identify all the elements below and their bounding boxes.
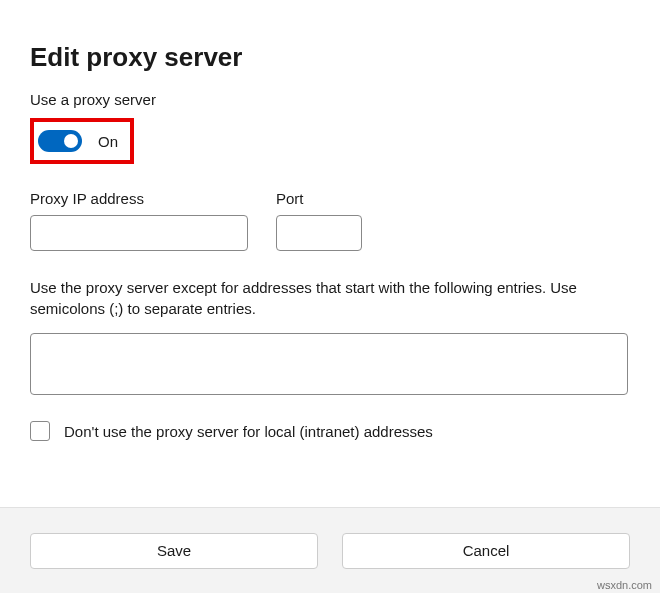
dialog-body: Edit proxy server Use a proxy server On … [0,0,660,441]
proxy-ip-field: Proxy IP address [30,190,248,251]
exceptions-input[interactable] [30,333,628,395]
port-field: Port [276,190,362,251]
dialog-footer: Save Cancel [0,507,660,593]
highlight-annotation: On [30,118,134,164]
watermark-text: wsxdn.com [597,579,652,591]
port-input[interactable] [276,215,362,251]
exceptions-description: Use the proxy server except for addresse… [30,277,630,319]
proxy-toggle[interactable] [38,130,82,152]
local-bypass-row: Don't use the proxy server for local (in… [30,421,630,441]
proxy-ip-label: Proxy IP address [30,190,248,207]
port-label: Port [276,190,362,207]
toggle-state-label: On [98,133,118,150]
dialog-title: Edit proxy server [30,42,630,73]
toggle-knob-icon [64,134,78,148]
local-bypass-label: Don't use the proxy server for local (in… [64,423,433,440]
address-row: Proxy IP address Port [30,190,630,251]
toggle-section-label: Use a proxy server [30,91,630,108]
cancel-button[interactable]: Cancel [342,533,630,569]
local-bypass-checkbox[interactable] [30,421,50,441]
proxy-ip-input[interactable] [30,215,248,251]
save-button[interactable]: Save [30,533,318,569]
